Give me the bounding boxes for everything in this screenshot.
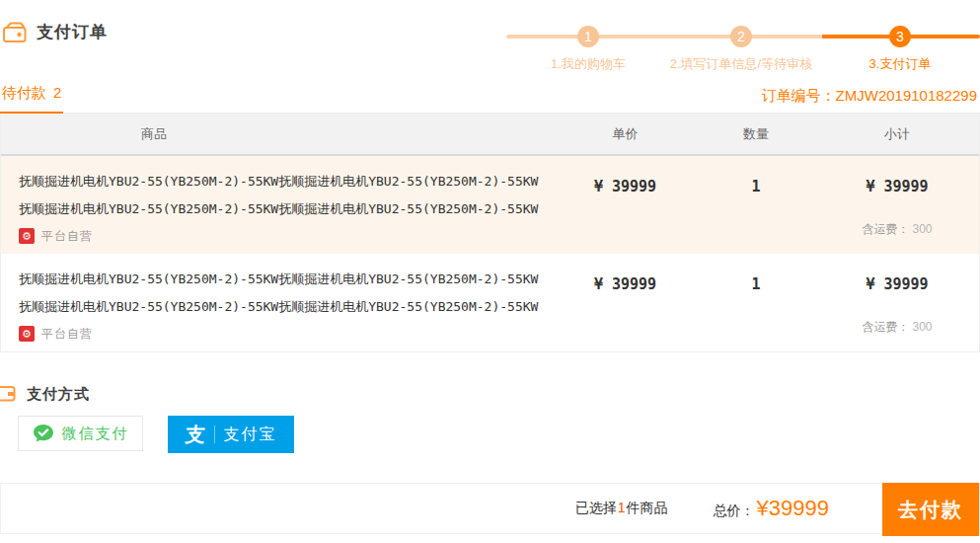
product-name-link[interactable]: 抚顺掘进机电机YBU2-55(YB250M-2)-55KW抚顺掘进机电机YBU2… [19,266,544,321]
payment-buttons: 微信支付 支 支付宝 [18,416,980,453]
page-title: 支付订单 [37,21,108,43]
product-cell: 抚顺掘进机电机YBU2-55(YB250M-2)-55KW抚顺掘进机电机YBU2… [1,156,554,254]
shipping-note: 含运费：300 [815,319,979,336]
col-header-unit-price: 单价 [554,125,697,143]
self-operated-icon: ⚙ [19,228,35,244]
go-pay-button[interactable]: 去付款 [882,483,979,536]
tabbar: 待付款2 订单编号：ZMJW201910182299 [0,84,980,114]
selected-suffix: 件商品 [627,500,668,515]
order-number: 订单编号：ZMJW201910182299 [762,87,977,106]
col-header-product: 商品 [1,125,554,143]
subtotal-value: ¥ 39999 [866,178,928,195]
alipay-button[interactable]: 支 支付宝 [168,416,294,453]
total-label: 总价： [714,503,755,520]
quantity-cell: 1 [697,254,815,351]
step-circle-1: 1 [577,26,599,47]
col-header-subtotal: 小计 [815,125,979,143]
subtotal-value: ¥ 39999 [866,275,928,293]
shipping-note: 含运费：300 [815,221,979,238]
title-wrap: 支付订单 [2,20,108,44]
subtotal-cell: ¥ 39999 含运费：300 [815,156,979,254]
unit-price-cell: ¥ 39999 [554,254,697,351]
shipping-value: 300 [912,320,932,334]
unit-price-value: ¥ 39999 [594,275,656,293]
order-number-label: 订单编号： [762,87,836,104]
order-items-table: 商品 单价 数量 小计 抚顺掘进机电机YBU2-55(YB250M-2)-55K… [0,114,980,352]
step-label-order-info: 2.填写订单信息/等待审核 [670,55,812,73]
table-header-row: 商品 单价 数量 小计 [1,114,979,156]
step-circle-2: 2 [730,26,752,47]
self-operated-label: 平台自营 [41,228,93,245]
step-label-cart: 1.我的购物车 [551,55,626,73]
selected-prefix: 已选择 [575,500,617,515]
subtotal-cell: ¥ 39999 含运费：300 [815,254,979,351]
quantity-value: 1 [751,178,760,195]
total-value: ¥39999 [757,496,829,521]
alipay-label: 支付宝 [224,425,277,445]
shipping-value: 300 [912,222,932,236]
product-cell: 抚顺掘进机电机YBU2-55(YB250M-2)-55KW抚顺掘进机电机YBU2… [1,254,554,351]
page-header: 支付订单 1 2 3 1.我的购物车 2.填写订单信息/等待审核 3.支付订单 [0,0,980,77]
self-operated-label: 平台自营 [41,326,93,343]
col-header-product-label: 商品 [1,125,307,143]
step-label-pay: 3.支付订单 [869,55,932,73]
alipay-divider [214,426,215,443]
wechat-pay-label: 微信支付 [62,425,129,443]
order-number-value: ZMJW201910182299 [836,87,977,104]
tab-pending-payment[interactable]: 待付款2 [0,84,63,114]
shipping-label: 含运费： [862,222,909,236]
quantity-cell: 1 [697,156,815,254]
product-name-link[interactable]: 抚顺掘进机电机YBU2-55(YB250M-2)-55KW抚顺掘进机电机YBU2… [19,168,544,223]
selected-count: 1 [618,500,626,515]
payment-method-title: 支付方式 [27,385,90,404]
progress-line-inactive [506,35,822,39]
checkout-footer: 已选择1件商品 总价：¥39999 去付款 [0,483,980,534]
step-circle-3: 3 [889,26,911,47]
payment-order-page: 支付订单 1 2 3 1.我的购物车 2.填写订单信息/等待审核 3.支付订单 … [0,0,980,543]
order-item-row: 抚顺掘进机电机YBU2-55(YB250M-2)-55KW抚顺掘进机电机YBU2… [1,254,979,351]
payment-method-header: 支付方式 [0,384,980,404]
payment-method-section: 支付方式 微信支付 支 支付宝 [0,384,980,453]
self-operated-icon: ⚙ [19,326,35,342]
shipping-label: 含运费： [862,320,909,334]
product-tag: ⚙ 平台自营 [19,226,544,246]
product-tag: ⚙ 平台自营 [19,324,544,344]
tab-pending-label: 待付款 [2,84,46,101]
wechat-pay-button[interactable]: 微信支付 [18,416,143,451]
wechat-icon [33,424,54,443]
quantity-value: 1 [751,275,760,293]
unit-price-cell: ¥ 39999 [554,156,697,254]
order-item-row: 抚顺掘进机电机YBU2-55(YB250M-2)-55KW抚顺掘进机电机YBU2… [1,156,979,254]
total-price: 总价：¥39999 [714,496,829,521]
tab-pending-count: 2 [53,84,61,101]
col-header-quantity: 数量 [697,125,815,143]
selected-summary: 已选择1件商品 [575,500,668,517]
unit-price-value: ¥ 39999 [594,178,656,195]
wallet-icon [2,20,28,44]
payment-method-icon [0,384,18,404]
alipay-icon: 支 [184,422,206,448]
checkout-progress: 1 2 3 1.我的购物车 2.填写订单信息/等待审核 3.支付订单 [503,26,980,73]
